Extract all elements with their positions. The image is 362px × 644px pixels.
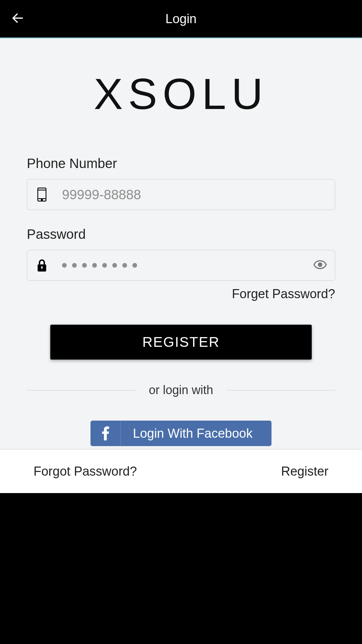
phone-icon xyxy=(35,187,49,202)
brand-logo: XSOLU xyxy=(27,69,335,119)
divider: or login with xyxy=(27,383,335,397)
divider-line-right xyxy=(227,390,335,390)
phone-label: Phone Number xyxy=(27,156,335,171)
svg-rect-7 xyxy=(42,267,42,269)
footer-forgot-link[interactable]: Forgot Password? xyxy=(34,464,137,479)
password-input-container xyxy=(27,250,335,281)
system-nav-bar xyxy=(0,493,362,644)
forget-password-link[interactable]: Forget Password? xyxy=(27,287,335,301)
page-title: Login xyxy=(0,12,362,26)
phone-input[interactable] xyxy=(49,187,327,202)
facebook-login-button[interactable]: Login With Facebook xyxy=(90,421,272,446)
back-arrow-icon[interactable] xyxy=(11,11,25,26)
footer-register-link[interactable]: Register xyxy=(281,464,329,479)
svg-point-4 xyxy=(41,199,43,201)
facebతెలుగు-button-label: Login With Facebook xyxy=(121,426,272,441)
phone-input-container xyxy=(27,179,335,210)
facebook-icon xyxy=(90,421,121,446)
lock-icon xyxy=(35,258,49,273)
password-input[interactable] xyxy=(49,263,313,268)
main-content: XSOLU Phone Number Password xyxy=(0,39,362,449)
divider-line-left xyxy=(27,390,135,390)
divider-text: or login with xyxy=(149,383,213,397)
footer: Forgot Password? Register xyxy=(0,449,362,493)
svg-point-8 xyxy=(318,263,322,266)
app-header: Login xyxy=(0,0,362,38)
password-label: Password xyxy=(27,227,335,242)
register-button[interactable]: REGISTER xyxy=(50,325,312,360)
eye-icon[interactable] xyxy=(313,260,327,271)
